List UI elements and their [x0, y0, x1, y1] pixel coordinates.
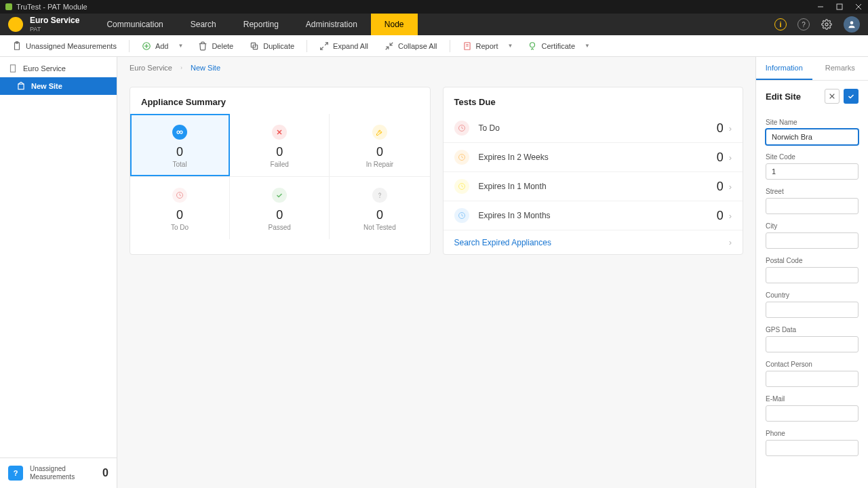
svg-line-13 [325, 42, 328, 45]
confirm-edit-button[interactable] [844, 89, 859, 104]
unassigned-footer[interactable]: ? Unassigned Measurements 0 [0, 458, 117, 488]
input-phone[interactable] [766, 440, 859, 456]
tree-child-new-site[interactable]: New Site [0, 77, 117, 95]
due-row-expires-in-3-months[interactable]: Expires In 3 Months0› [443, 201, 743, 230]
trash-icon [198, 41, 208, 51]
delete-button[interactable]: Delete [191, 39, 240, 54]
certificate-button[interactable]: Certificate ▼ [521, 39, 595, 54]
summary-tile-passed[interactable]: 0Passed [230, 176, 330, 239]
action-toolbar: Unassigned Measurements Add ▼ Delete Dup… [0, 35, 868, 57]
svg-point-4 [825, 23, 828, 26]
tile-label: Passed [230, 224, 329, 231]
unassigned-measurements-button[interactable]: Unassigned Measurements [5, 39, 123, 54]
chevron-down-icon[interactable]: ▼ [174, 43, 187, 49]
duplicate-button[interactable]: Duplicate [243, 39, 301, 54]
chevron-right-icon: › [729, 211, 732, 221]
close-edit-button[interactable] [825, 89, 840, 104]
label-city: City [766, 222, 859, 230]
help-icon[interactable]: ? [797, 18, 810, 30]
window-close-icon[interactable] [854, 3, 863, 11]
chevron-right-icon: › [729, 152, 732, 163]
breadcrumb-root[interactable]: Euro Service [130, 64, 172, 72]
wrench-icon [372, 125, 387, 140]
input-site-name[interactable] [766, 129, 859, 145]
summary-tile-total[interactable]: 0Total [130, 114, 230, 176]
nav-administration[interactable]: Administration [292, 14, 371, 35]
due-row-to-do[interactable]: To Do0› [443, 114, 743, 142]
input-street[interactable] [766, 198, 859, 214]
due-row-expires-in-2-weeks[interactable]: Expires In 2 Weeks0› [443, 142, 743, 171]
svg-rect-21 [11, 65, 16, 73]
info-icon[interactable]: i [774, 18, 787, 30]
appliance-summary-card: Appliance Summary 0Total0Failed0In Repai… [130, 87, 431, 255]
summary-tile-failed[interactable]: 0Failed [230, 114, 330, 176]
input-site-code[interactable] [766, 163, 859, 180]
tile-count: 0 [130, 145, 229, 159]
report-button[interactable]: Report ▼ [456, 39, 519, 54]
user-avatar[interactable] [844, 16, 860, 33]
input-email[interactable] [766, 405, 859, 422]
clipboard-icon [12, 41, 22, 51]
nav-search[interactable]: Search [177, 14, 230, 35]
collapse-all-button[interactable]: Collapse All [378, 39, 443, 54]
report-icon [462, 41, 472, 51]
nav-reporting[interactable]: Reporting [230, 14, 292, 35]
svg-line-14 [321, 47, 323, 49]
due-label: Expires In 3 Months [479, 211, 717, 220]
x-icon [272, 125, 287, 140]
site-icon [16, 81, 26, 91]
tests-due-card: Tests Due To Do0›Expires In 2 Weeks0›Exp… [443, 87, 744, 255]
summary-tile-in-repair[interactable]: 0In Repair [330, 114, 429, 176]
due-count: 0 [717, 180, 724, 194]
input-contact[interactable] [766, 371, 859, 387]
summary-tile-to-do[interactable]: 0To Do [130, 176, 230, 239]
chevron-down-icon[interactable]: ▼ [504, 43, 517, 49]
tree-root[interactable]: Euro Service [0, 60, 117, 77]
clock-icon [454, 150, 469, 165]
brand-name: Euro Service [30, 16, 79, 25]
search-expired-link[interactable]: Search Expired Appliances › [443, 230, 743, 254]
tab-remarks[interactable]: Remarks [812, 57, 869, 80]
settings-icon[interactable] [821, 18, 833, 30]
app-icon [5, 3, 12, 10]
expand-icon [319, 41, 329, 51]
building-icon [8, 64, 18, 73]
input-postal[interactable] [766, 267, 859, 283]
check-icon [272, 188, 287, 203]
due-row-expires-in-1-month[interactable]: Expires In 1 Month0› [443, 171, 743, 201]
label-phone: Phone [766, 430, 859, 437]
unassigned-badge-icon: ? [8, 466, 23, 481]
window-minimize-icon[interactable] [816, 3, 825, 11]
chevron-down-icon[interactable]: ▼ [580, 43, 594, 49]
tile-count: 0 [330, 145, 429, 159]
clock-icon [454, 208, 469, 223]
svg-line-16 [386, 47, 389, 49]
label-gps: GPS Data [766, 326, 859, 333]
input-city[interactable] [766, 232, 859, 249]
tab-information[interactable]: Information [756, 57, 812, 80]
certificate-icon [528, 41, 537, 51]
window-maximize-icon[interactable] [835, 3, 844, 11]
nav-communication[interactable]: Communication [93, 14, 176, 35]
chevron-right-icon: › [729, 237, 732, 247]
tile-label: Not Tested [330, 224, 429, 231]
expand-all-button[interactable]: Expand All [313, 39, 375, 54]
add-button[interactable]: Add ▼ [135, 39, 189, 54]
summary-tile-not-tested[interactable]: 0Not Tested [330, 176, 429, 239]
unassigned-count: 0 [102, 467, 108, 479]
tests-due-title: Tests Due [443, 87, 743, 114]
chevron-right-icon: › [180, 64, 182, 71]
tile-label: Total [130, 161, 229, 168]
collapse-icon [384, 41, 394, 51]
due-label: Expires In 1 Month [479, 182, 717, 191]
tile-count: 0 [330, 208, 429, 222]
nav-node[interactable]: Node [371, 14, 418, 35]
input-country[interactable] [766, 302, 859, 318]
tile-count: 0 [230, 208, 329, 222]
svg-line-15 [390, 42, 393, 45]
due-label: Expires In 2 Weeks [479, 152, 717, 162]
input-gps[interactable] [766, 336, 859, 352]
label-postal: Postal Code [766, 257, 859, 264]
edit-site-title: Edit Site [766, 92, 821, 102]
svg-point-20 [530, 42, 535, 47]
